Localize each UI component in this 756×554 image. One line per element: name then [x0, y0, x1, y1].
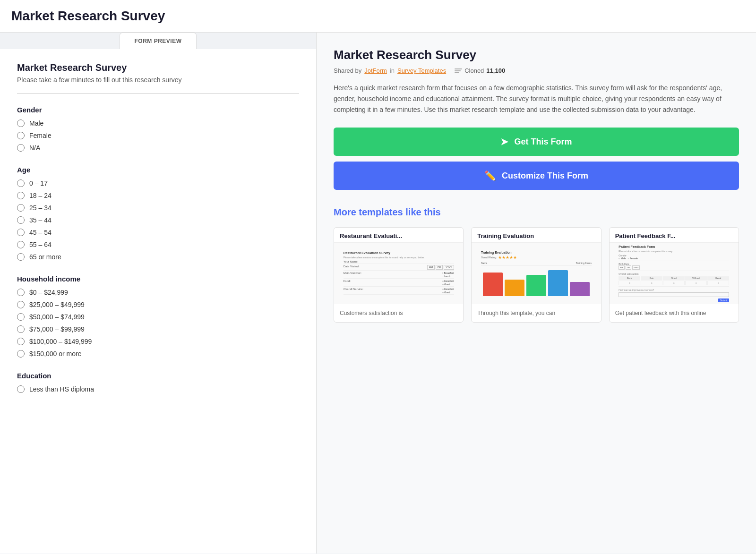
shared-by-text: Shared by — [334, 67, 361, 74]
age-section: Age 0 – 17 18 – 24 25 – 34 35 – 44 — [17, 166, 299, 261]
restaurant-card-desc: Customers satisfaction is — [334, 304, 463, 322]
customize-icon: ✏️ — [484, 170, 496, 181]
cloned-count: 11,100 — [486, 67, 505, 74]
gender-female-option[interactable]: Female — [17, 132, 299, 139]
gender-female-radio[interactable] — [17, 132, 25, 139]
right-panel: Market Research Survey Shared by JotForm… — [317, 33, 756, 554]
income-100-149[interactable]: $100,000 – $149,999 — [17, 338, 299, 345]
patient-card-desc: Get patient feedback with this online — [610, 304, 739, 322]
gender-male-radio[interactable] — [17, 119, 25, 127]
income-25-49-radio[interactable] — [17, 301, 25, 308]
age-35-44-radio[interactable] — [17, 216, 25, 224]
education-label: Education — [17, 372, 299, 380]
get-form-icon: ➤ — [500, 136, 508, 147]
training-card-preview: Training Evaluation Overall Rating: ★★★★… — [472, 243, 601, 304]
training-card-desc: Through this template, you can — [472, 304, 601, 322]
template-meta: Shared by JotForm in Survey Templates Cl… — [334, 67, 739, 74]
patient-card-title: Patient Feedback F... — [610, 228, 739, 243]
age-45-54-radio[interactable] — [17, 229, 25, 236]
page-title: Market Research Survey — [11, 9, 745, 24]
gender-female-text: Female — [29, 132, 52, 139]
income-75-99-radio[interactable] — [17, 325, 25, 333]
age-label: Age — [17, 166, 299, 174]
age-55-64-radio[interactable] — [17, 241, 25, 248]
income-100-149-radio[interactable] — [17, 338, 25, 345]
age-0-17-radio[interactable] — [17, 179, 25, 187]
education-less-hs-radio[interactable] — [17, 385, 25, 393]
meta-in: in — [390, 67, 395, 74]
gender-label: Gender — [17, 106, 299, 114]
age-65-more-radio[interactable] — [17, 253, 25, 261]
training-card-title: Training Evaluation — [472, 228, 601, 243]
template-card-restaurant[interactable]: Restaurant Evaluati... Restaurant Evalua… — [334, 227, 464, 323]
age-18-24[interactable]: 18 – 24 — [17, 192, 299, 199]
income-label: Household income — [17, 275, 299, 283]
gender-na-radio[interactable] — [17, 144, 25, 152]
age-0-17[interactable]: 0 – 17 — [17, 179, 299, 187]
age-45-54[interactable]: 45 – 54 — [17, 229, 299, 236]
income-50-74[interactable]: $50,000 – $74,999 — [17, 313, 299, 321]
age-18-24-radio[interactable] — [17, 192, 25, 199]
restaurant-card-title: Restaurant Evaluati... — [334, 228, 463, 243]
form-content: Market Research Survey Please take a few… — [0, 49, 316, 554]
age-55-64[interactable]: 55 – 64 — [17, 241, 299, 248]
template-description: Here's a quick market research form that… — [334, 83, 739, 115]
get-form-label: Get This Form — [514, 137, 572, 147]
income-section: Household income $0 – $24,999 $25,000 – … — [17, 275, 299, 358]
income-0-24[interactable]: $0 – $24,999 — [17, 289, 299, 296]
income-0-24-radio[interactable] — [17, 289, 25, 296]
form-preview-tab[interactable]: FORM PREVIEW — [120, 33, 196, 49]
income-150-more-radio[interactable] — [17, 350, 25, 358]
gender-male-option[interactable]: Male — [17, 119, 299, 127]
age-25-34-radio[interactable] — [17, 204, 25, 212]
income-25-49[interactable]: $25,000 – $49,999 — [17, 301, 299, 308]
gender-male-text: Male — [29, 119, 43, 127]
templates-grid: Restaurant Evaluati... Restaurant Evalua… — [334, 227, 739, 323]
template-card-training[interactable]: Training Evaluation Training Evaluation … — [471, 227, 601, 323]
gender-na-text: N/A — [29, 144, 40, 152]
education-section: Education Less than HS diploma — [17, 372, 299, 393]
main-layout: FORM PREVIEW Market Research Survey Plea… — [0, 33, 756, 554]
page-header: Market Research Survey — [0, 0, 756, 33]
age-65-more[interactable]: 65 or more — [17, 253, 299, 261]
age-35-44[interactable]: 35 – 44 — [17, 216, 299, 224]
age-25-34[interactable]: 25 – 34 — [17, 204, 299, 212]
category-link[interactable]: Survey Templates — [397, 67, 446, 74]
income-50-74-radio[interactable] — [17, 313, 25, 321]
form-preview-subtitle: Please take a few minutes to fill out th… — [17, 76, 299, 84]
gender-section: Gender Male Female N/A — [17, 106, 299, 152]
more-templates-heading: More templates like this — [334, 207, 739, 218]
customize-this-form-button[interactable]: ✏️ Customize This Form — [334, 162, 739, 190]
author-link[interactable]: JotForm — [364, 67, 387, 74]
form-preview-tab-bar: FORM PREVIEW — [0, 33, 316, 49]
template-title: Market Research Survey — [334, 48, 739, 62]
customize-label: Customize This Form — [502, 171, 588, 181]
form-preview-title: Market Research Survey — [17, 62, 299, 73]
patient-card-preview: Patient Feedback Form Please take a few … — [610, 243, 739, 304]
cloned-label: Cloned — [464, 67, 484, 74]
form-divider — [17, 93, 299, 94]
left-panel: FORM PREVIEW Market Research Survey Plea… — [0, 33, 317, 554]
get-this-form-button[interactable]: ➤ Get This Form — [334, 128, 739, 156]
template-card-patient[interactable]: Patient Feedback F... Patient Feedback F… — [609, 227, 739, 323]
cloned-section: Cloned 11,100 — [455, 67, 505, 74]
income-150-more[interactable]: $150,000 or more — [17, 350, 299, 358]
restaurant-card-preview: Restaurant Evaluation Survey Please take… — [334, 243, 463, 304]
income-75-99[interactable]: $75,000 – $99,999 — [17, 325, 299, 333]
cloned-icon — [455, 68, 462, 73]
gender-na-option[interactable]: N/A — [17, 144, 299, 152]
education-less-hs[interactable]: Less than HS diploma — [17, 385, 299, 393]
